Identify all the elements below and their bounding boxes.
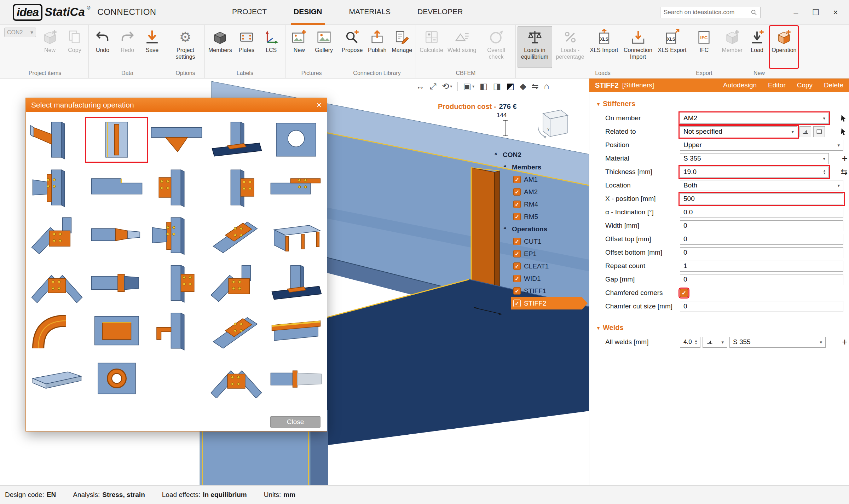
input-x-position-mm[interactable]: 500 [680,193,843,204]
tab-project[interactable]: PROJECT [229,0,270,25]
tree-item-cleat1[interactable]: ✓CLEAT1 [511,260,588,272]
ribbon-members-button[interactable]: Members [207,26,234,68]
navigation-cube[interactable]: y [532,105,571,145]
tree-item-rm5[interactable]: ✓RM5 [511,210,588,223]
ribbon-operation-button[interactable]: Operation [770,26,798,68]
input-width-mm[interactable]: 0 [680,220,843,231]
tree-item-cut1[interactable]: ✓CUT1 [511,235,588,248]
operation-thumbnail-table[interactable] [268,215,324,255]
tree-item-stiff1[interactable]: ✓STIFF1 [511,285,588,297]
operation-thumbnail-splice-plates[interactable] [208,215,265,255]
operation-thumbnail-gusset[interactable] [208,263,265,303]
ribbon-new-button[interactable]: New [287,26,311,68]
dialog-title-bar[interactable]: Select manufacturing operation × [26,98,327,112]
ribbon-loads-in-equilibrium-button[interactable]: Loads in equilibrium [518,26,552,68]
operation-thumbnail-baseplate[interactable] [268,263,324,303]
checkbox-ep1[interactable]: ✓ [513,250,521,257]
checkbox-chamfered-corners[interactable]: ✓ [680,289,688,297]
mirror-view-icon[interactable]: ⇋ [532,81,539,91]
operation-thumbnail-bend[interactable] [29,311,85,351]
orbit-icon[interactable]: ⟲▾ [442,81,452,91]
select-weld-type[interactable]: ▾ [703,337,727,348]
operation-thumbnail-angle[interactable] [148,311,205,351]
tree-node-con2[interactable]: ▸CON2 [493,149,588,161]
close-icon[interactable]: × [317,100,322,110]
select-location[interactable]: Both▾ [680,180,843,191]
checkbox-cut1[interactable]: ✓ [513,238,521,245]
ribbon-manage-button[interactable]: Manage [390,26,414,68]
operation-thumbnail-beam-splice[interactable] [268,359,324,398]
input-chamfer-cut-size-mm[interactable]: 0 [680,301,843,312]
tree-item-am2[interactable]: ✓AM2 [511,186,588,198]
pick-plate-icon[interactable] [813,126,825,137]
ribbon-ifc-button[interactable]: IFCIFC [692,26,716,68]
operation-thumbnail-stub[interactable] [88,263,145,303]
ribbon-undo-button[interactable]: Undo [91,26,115,68]
select-position[interactable]: Upper▾ [680,140,843,151]
tree-item-stiff2[interactable]: ✓STIFF2 [511,297,588,309]
operation-thumbnail-truss[interactable] [29,263,85,303]
operation-thumbnail-tube-hole[interactable] [88,359,145,398]
tree-group-operations[interactable]: ▸Operations [502,223,588,235]
operation-thumbnail-cone-stub[interactable] [88,215,145,255]
tree-item-wid1[interactable]: ✓WID1 [511,272,588,285]
operation-thumbnail-splice-web[interactable] [148,168,205,207]
ribbon-gallery-button[interactable]: Gallery [312,26,336,68]
view-right-icon[interactable]: ◨ [493,81,501,91]
add-item-icon[interactable]: + [842,337,848,348]
panel-action-autodesign[interactable]: Autodesign [723,81,757,89]
swap-direction-icon[interactable]: ⇆ [841,167,848,178]
add-item-icon[interactable]: + [842,153,848,164]
view-left-icon[interactable]: ◧ [480,81,488,91]
zoom-fit-icon[interactable]: ⤢ [430,81,437,91]
tab-design[interactable]: DESIGN [291,0,325,25]
checkbox-stiff2[interactable]: ✓ [513,300,521,307]
view-solid-icon[interactable]: ◩ [506,81,514,91]
input-repeat-count[interactable]: 1 [680,261,843,272]
close-button[interactable]: Close [270,416,320,428]
panel-action-copy[interactable]: Copy [797,81,813,89]
panel-action-editor[interactable]: Editor [768,81,786,89]
tab-developer[interactable]: DEVELOPER [415,0,466,25]
ribbon-xls-export-button[interactable]: XLSXLS Export [656,26,688,68]
ribbon-save-button[interactable]: Save [140,26,164,68]
3d-viewport[interactable]: ↔⤢⟲▾▣▾◧◨◩◆⇋⌂ Production cost -276 € 144 … [0,79,589,485]
checkbox-rm5[interactable]: ✓ [513,213,521,220]
pick-on-scene-icon[interactable] [839,126,848,137]
operation-thumbnail-opening[interactable] [268,120,324,160]
operation-thumbnail-cap[interactable] [268,311,324,351]
home-view-icon[interactable]: ⌂ [544,81,549,91]
maximize-button[interactable]: ☐ [806,8,826,17]
select-on-member[interactable]: AM2▾ [680,113,829,124]
operation-thumbnail-stiffener[interactable] [88,120,145,160]
operation-thumbnail-cope[interactable] [88,168,145,207]
panel-action-delete[interactable]: Delete [824,81,843,89]
operation-thumbnail-baseplate[interactable] [208,120,265,160]
clipping-box-icon[interactable]: ▣▾ [463,81,474,91]
checkbox-wid1[interactable]: ✓ [513,275,521,282]
checkbox-am2[interactable]: ✓ [513,188,521,196]
checkbox-cleat1[interactable]: ✓ [513,262,521,270]
chevron-down-icon[interactable]: ▾ [597,325,600,331]
render-style-icon[interactable]: ◆ [520,81,526,91]
close-button[interactable]: × [826,8,845,17]
operation-thumbnail-cut[interactable] [29,120,85,160]
ribbon-propose-button[interactable]: Propose [340,26,365,68]
operation-thumbnail-slab[interactable] [29,359,85,398]
ribbon-xls-import-button[interactable]: XLSXLS Import [588,26,620,68]
operation-thumbnail-endplate[interactable] [148,215,205,255]
operation-thumbnail-seat[interactable] [268,168,324,207]
select-weld-material[interactable]: S 355▾ [729,337,826,348]
operation-thumbnail-rib[interactable] [148,120,205,160]
ribbon-plates-button[interactable]: Plates [235,26,259,68]
operation-thumbnail-fin[interactable] [148,263,205,303]
search-input[interactable] [664,9,751,16]
select-material[interactable]: S 355▾ [680,153,829,164]
spinner-weld-size[interactable]: 4.0▴▾ [680,337,700,348]
ribbon-load-button[interactable]: Load [745,26,769,68]
checkbox-stiff1[interactable]: ✓ [513,287,521,295]
operation-thumbnail-fin[interactable] [208,168,265,207]
ribbon-project-settings-button[interactable]: ⚙Project settings [168,26,203,68]
input-offset-top-mm[interactable]: 0 [680,234,843,245]
chevron-down-icon[interactable]: ▾ [597,101,600,107]
